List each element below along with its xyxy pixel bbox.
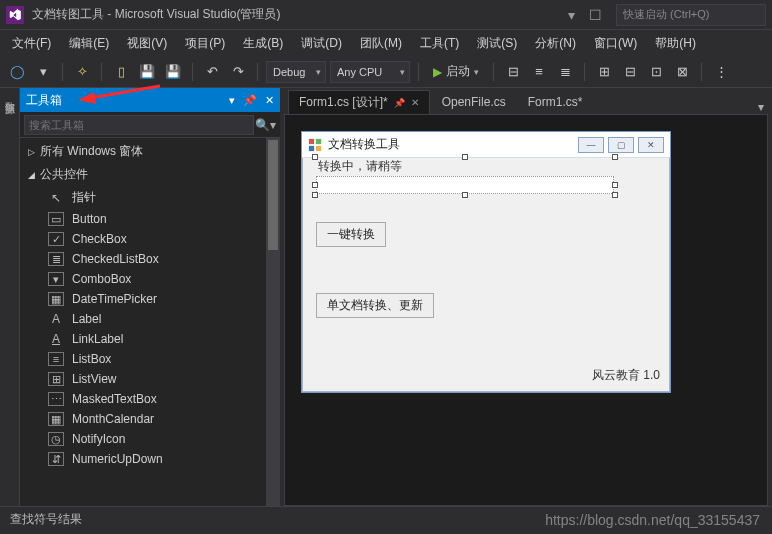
svg-rect-2 — [309, 145, 314, 150]
progress-label: 转换中，请稍等 — [318, 158, 402, 175]
platform-dropdown[interactable]: Any CPU — [330, 61, 410, 83]
toolbox-title: 工具箱 — [26, 92, 229, 109]
menu-test[interactable]: 测试(S) — [469, 31, 525, 56]
open-icon[interactable]: ▯ — [110, 61, 132, 83]
toolbox-tree[interactable]: ▷所有 Windows 窗体 ◢公共控件 ↖指针 ▭Button ✓CheckB… — [20, 138, 280, 506]
control-maskedtextbox[interactable]: ⋯MaskedTextBox — [20, 389, 280, 409]
save-all-icon[interactable]: 💾 — [162, 61, 184, 83]
align3-icon[interactable]: ≣ — [554, 61, 576, 83]
window-title: 文档转图工具 - Microsoft Visual Studio(管理员) — [32, 6, 560, 23]
layout2-icon[interactable]: ⊟ — [619, 61, 641, 83]
form-footer-label: 风云教育 1.0 — [592, 367, 660, 384]
notifications-icon[interactable]: ▾ — [568, 7, 575, 23]
category-all-windows-forms[interactable]: ▷所有 Windows 窗体 — [20, 140, 280, 163]
panel-pin-icon[interactable]: 📌 — [243, 94, 257, 107]
menu-file[interactable]: 文件(F) — [4, 31, 59, 56]
single-convert-button[interactable]: 单文档转换、更新 — [316, 293, 434, 318]
convert-button[interactable]: 一键转换 — [316, 222, 386, 247]
form-close-icon[interactable]: ✕ — [638, 137, 664, 153]
menu-window[interactable]: 窗口(W) — [586, 31, 645, 56]
align-icon[interactable]: ⊟ — [502, 61, 524, 83]
menu-help[interactable]: 帮助(H) — [647, 31, 704, 56]
menu-project[interactable]: 项目(P) — [177, 31, 233, 56]
panel-menu-icon[interactable]: ▾ — [229, 94, 235, 107]
menu-view[interactable]: 视图(V) — [119, 31, 175, 56]
control-monthcalendar[interactable]: ▦MonthCalendar — [20, 409, 280, 429]
control-checkbox[interactable]: ✓CheckBox — [20, 229, 280, 249]
svg-rect-1 — [316, 138, 321, 143]
form-minimize-icon[interactable]: — — [578, 137, 604, 153]
combobox-icon: ▾ — [48, 272, 64, 286]
checkedlistbox-icon: ≣ — [48, 252, 64, 266]
more-icon[interactable]: ⋮ — [710, 61, 732, 83]
listview-icon: ⊞ — [48, 372, 64, 386]
pointer-icon: ↖ — [48, 191, 64, 205]
svg-rect-0 — [309, 138, 314, 143]
form-maximize-icon[interactable]: ▢ — [608, 137, 634, 153]
control-numericupdown[interactable]: ⇵NumericUpDown — [20, 449, 280, 469]
menu-team[interactable]: 团队(M) — [352, 31, 410, 56]
align2-icon[interactable]: ≡ — [528, 61, 550, 83]
play-icon: ▶ — [433, 65, 442, 79]
control-checkedlistbox[interactable]: ≣CheckedListBox — [20, 249, 280, 269]
redo-icon[interactable]: ↷ — [227, 61, 249, 83]
control-button[interactable]: ▭Button — [20, 209, 280, 229]
menu-edit[interactable]: 编辑(E) — [61, 31, 117, 56]
control-listview[interactable]: ⊞ListView — [20, 369, 280, 389]
close-icon[interactable]: ✕ — [411, 97, 419, 108]
panel-close-icon[interactable]: ✕ — [265, 94, 274, 107]
tab-openfile[interactable]: OpenFile.cs — [432, 90, 516, 114]
maskedtextbox-icon: ⋯ — [48, 392, 64, 406]
menu-tools[interactable]: 工具(T) — [412, 31, 467, 56]
label-icon: A — [48, 312, 64, 326]
quick-launch-input[interactable]: 快速启动 (Ctrl+Q) — [616, 4, 766, 26]
toolbox-header[interactable]: 工具箱 ▾ 📌 ✕ — [20, 88, 280, 112]
find-results-panel[interactable]: 查找符号结果 — [0, 506, 772, 532]
feedback-icon[interactable]: ☐ — [589, 7, 602, 23]
numericupdown-icon: ⇵ — [48, 452, 64, 466]
control-notifyicon[interactable]: ◷NotifyIcon — [20, 429, 280, 449]
nav-fwd-icon[interactable]: ▾ — [32, 61, 54, 83]
control-linklabel[interactable]: ALinkLabel — [20, 329, 280, 349]
control-datetimepicker[interactable]: ▦DateTimePicker — [20, 289, 280, 309]
pin-icon[interactable]: 📌 — [394, 98, 405, 108]
layout1-icon[interactable]: ⊞ — [593, 61, 615, 83]
menu-build[interactable]: 生成(B) — [235, 31, 291, 56]
find-results-label: 查找符号结果 — [10, 511, 82, 528]
document-tabs: Form1.cs [设计]* 📌 ✕ OpenFile.cs Form1.cs*… — [280, 88, 772, 114]
button-icon: ▭ — [48, 212, 64, 226]
undo-icon[interactable]: ↶ — [201, 61, 223, 83]
listbox-icon: ≡ — [48, 352, 64, 366]
category-common-controls[interactable]: ◢公共控件 — [20, 163, 280, 186]
tab-form1-design[interactable]: Form1.cs [设计]* 📌 ✕ — [288, 90, 430, 114]
form-title: 文档转换工具 — [328, 136, 572, 153]
new-project-icon[interactable]: ✧ — [71, 61, 93, 83]
control-pointer[interactable]: ↖指针 — [20, 186, 280, 209]
save-icon[interactable]: 💾 — [136, 61, 158, 83]
layout4-icon[interactable]: ⊠ — [671, 61, 693, 83]
toolbox-scrollbar[interactable] — [266, 138, 280, 506]
control-combobox[interactable]: ▾ComboBox — [20, 269, 280, 289]
form-app-icon — [308, 138, 322, 152]
config-dropdown[interactable]: Debug — [266, 61, 326, 83]
progress-control[interactable]: 转换中，请稍等 — [316, 176, 656, 194]
control-label[interactable]: ALabel — [20, 309, 280, 329]
start-debug-button[interactable]: ▶ 启动 ▾ — [427, 61, 485, 83]
start-label: 启动 — [446, 63, 470, 80]
layout3-icon[interactable]: ⊡ — [645, 61, 667, 83]
design-surface[interactable]: 文档转换工具 — ▢ ✕ 转换中，请稍等 — [284, 114, 768, 506]
toolbox-search-input[interactable] — [24, 115, 254, 135]
datetimepicker-icon: ▦ — [48, 292, 64, 306]
menu-debug[interactable]: 调试(D) — [293, 31, 350, 56]
tab-form1-cs[interactable]: Form1.cs* — [518, 90, 593, 114]
search-icon[interactable]: 🔍▾ — [254, 118, 276, 132]
nav-back-icon[interactable]: ◯ — [6, 61, 28, 83]
svg-rect-3 — [316, 145, 321, 150]
control-listbox[interactable]: ≡ListBox — [20, 349, 280, 369]
tab-options-icon[interactable]: ▾ — [758, 100, 764, 114]
menu-analyze[interactable]: 分析(N) — [527, 31, 584, 56]
vertical-tab[interactable]: 数据源 — [0, 88, 20, 506]
notifyicon-icon: ◷ — [48, 432, 64, 446]
toolbox-panel: 工具箱 ▾ 📌 ✕ 🔍▾ ▷所有 Windows 窗体 ◢公共控件 ↖指针 ▭B… — [20, 88, 280, 506]
winforms-window[interactable]: 文档转换工具 — ▢ ✕ 转换中，请稍等 — [301, 131, 671, 393]
